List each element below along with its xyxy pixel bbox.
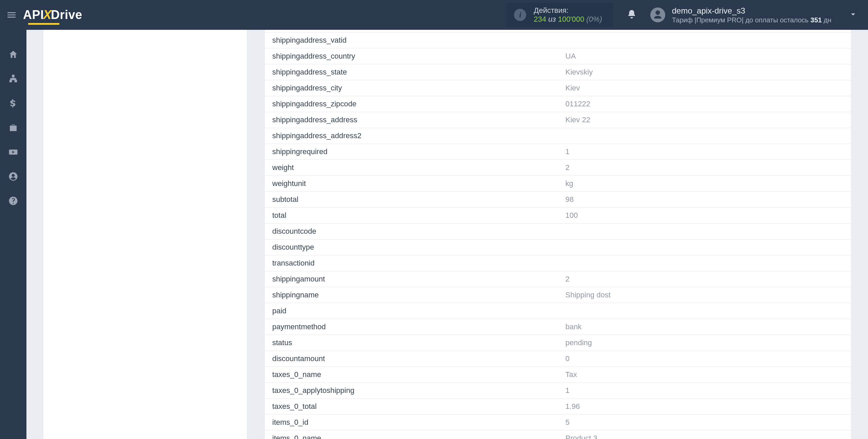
field-value: 100 — [558, 208, 851, 224]
data-panel: shippingaddress_companyidshippingaddress… — [265, 30, 851, 439]
logo-text-post: Drive — [51, 8, 82, 22]
table-row: shippingaddress_addressKiev 22 — [265, 112, 851, 128]
field-value — [558, 224, 851, 239]
user-menu[interactable]: demo_apix-drive_s3 Тариф |Премиум PRO| д… — [672, 6, 831, 24]
field-key: shippingaddress_state — [265, 64, 558, 80]
field-key: taxes_0_applytoshipping — [265, 383, 558, 399]
field-key: shippingname — [265, 287, 558, 303]
table-row: shippingamount2 — [265, 271, 851, 287]
table-row: taxes_0_applytoshipping1 — [265, 383, 851, 399]
table-row: shippingaddress_countryUA — [265, 48, 851, 64]
field-key: shippingamount — [265, 271, 558, 287]
field-key: transactionid — [265, 255, 558, 271]
sidebar-help[interactable] — [7, 195, 19, 207]
sidebar-home[interactable] — [7, 49, 19, 60]
briefcase-icon — [8, 123, 18, 133]
usage-sep: из — [546, 15, 558, 23]
sidebar — [0, 30, 26, 439]
user-icon — [652, 9, 663, 20]
field-value: Kiev — [558, 80, 851, 96]
field-value: Shipping dost — [558, 287, 851, 303]
table-row: shippingaddress_cityKiev — [265, 80, 851, 96]
field-key: subtotal — [265, 192, 558, 208]
field-key: shippingaddress_zipcode — [265, 96, 558, 112]
field-value: 1 — [558, 383, 851, 399]
field-value: bank — [558, 319, 851, 335]
field-value: UA — [558, 48, 851, 64]
field-value — [558, 33, 851, 48]
field-value: 1 — [558, 144, 851, 160]
sidebar-billing[interactable] — [7, 98, 19, 109]
field-key: taxes_0_name — [265, 367, 558, 383]
table-row: shippingaddress_zipcode011222 — [265, 96, 851, 112]
field-value: Kievskiy — [558, 64, 851, 80]
usage-text: Действия: 234 из 100'000(0%) — [534, 6, 602, 24]
field-value: Product 3 — [558, 431, 851, 439]
field-key: discountamount — [265, 351, 558, 367]
table-row: paymentmethodbank — [265, 319, 851, 335]
top-header: APIXDrive i Действия: 234 из 100'000(0%)… — [0, 0, 868, 30]
field-value — [558, 255, 851, 271]
user-menu-toggle[interactable] — [848, 9, 858, 20]
table-row: weightunitkg — [265, 176, 851, 192]
hamburger-icon — [6, 9, 17, 20]
field-value: 1.96 — [558, 399, 851, 415]
fields-table: shippingaddress_companyidshippingaddress… — [265, 30, 851, 439]
field-value: 5 — [558, 415, 851, 431]
help-icon — [8, 196, 18, 206]
dollar-icon — [8, 98, 18, 108]
table-row: subtotal98 — [265, 192, 851, 208]
field-key: paymentmethod — [265, 319, 558, 335]
home-icon — [8, 49, 18, 60]
username: demo_apix-drive_s3 — [672, 6, 831, 16]
table-row: shippingrequired1 — [265, 144, 851, 160]
field-value — [558, 303, 851, 319]
user-circle-icon — [8, 171, 18, 182]
field-value: Tax — [558, 367, 851, 383]
field-key: discounttype — [265, 239, 558, 255]
sidebar-connections[interactable] — [7, 73, 19, 85]
table-row: items_0_nameProduct 3 — [265, 431, 851, 439]
field-value: 2 — [558, 271, 851, 287]
field-key: items_0_id — [265, 415, 558, 431]
sidebar-briefcase[interactable] — [7, 122, 19, 133]
chevron-down-icon — [848, 9, 858, 19]
bell-icon — [627, 9, 637, 19]
table-row: transactionid — [265, 255, 851, 271]
field-value: 0 — [558, 351, 851, 367]
table-row: total100 — [265, 208, 851, 224]
field-value — [558, 128, 851, 144]
usage-used: 234 — [534, 15, 546, 23]
sidebar-video[interactable] — [7, 146, 19, 158]
field-key: discountcode — [265, 224, 558, 239]
notifications-button[interactable] — [627, 9, 637, 21]
field-value: kg — [558, 176, 851, 192]
menu-toggle-button[interactable] — [0, 0, 23, 30]
usage-total: 100'000 — [558, 15, 585, 23]
field-value — [558, 239, 851, 255]
usage-pct: (0%) — [586, 15, 602, 23]
avatar[interactable] — [650, 7, 665, 22]
field-key: shippingaddress_address — [265, 112, 558, 128]
youtube-icon — [8, 147, 18, 157]
field-key: shippingaddress_address2 — [265, 128, 558, 144]
field-key: status — [265, 335, 558, 351]
table-row: shippingnameShipping dost — [265, 287, 851, 303]
table-row: items_0_id5 — [265, 415, 851, 431]
table-row: shippingaddress_address2 — [265, 128, 851, 144]
usage-widget[interactable]: i Действия: 234 из 100'000(0%) — [507, 3, 613, 27]
logo[interactable]: APIXDrive — [23, 8, 82, 22]
field-key: items_0_name — [265, 431, 558, 439]
logo-text-pre: API — [23, 8, 44, 22]
usage-label: Действия: — [534, 6, 602, 15]
table-row: weight2 — [265, 160, 851, 176]
field-key: shippingaddress_city — [265, 80, 558, 96]
sidebar-profile[interactable] — [7, 171, 19, 182]
field-key: shippingaddress_country — [265, 48, 558, 64]
table-row: taxes_0_nameTax — [265, 367, 851, 383]
field-value — [558, 30, 851, 33]
content-area: shippingaddress_companyidshippingaddress… — [26, 30, 868, 439]
field-key: shippingrequired — [265, 144, 558, 160]
sitemap-icon — [8, 74, 18, 84]
plan-line: Тариф |Премиум PRO| до оплаты осталось 3… — [672, 16, 831, 24]
